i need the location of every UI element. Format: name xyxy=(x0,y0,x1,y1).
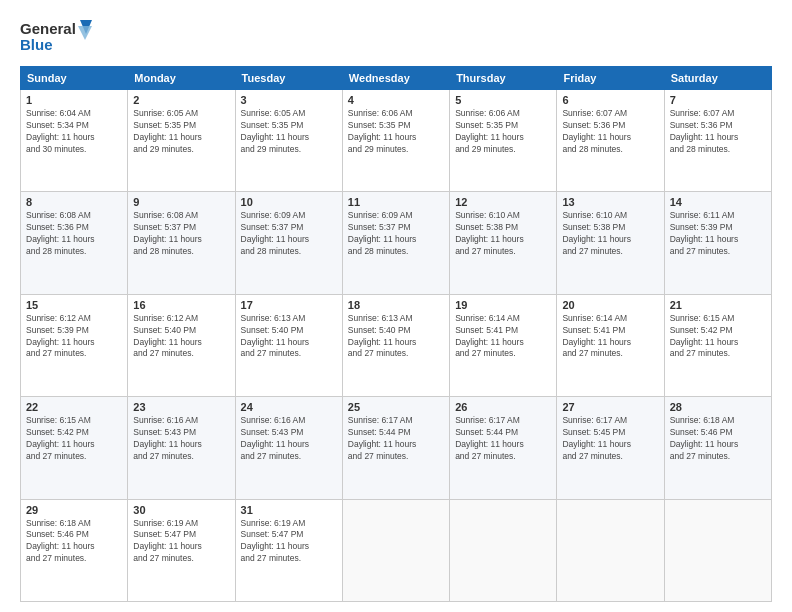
day-info: Sunrise: 6:07 AM Sunset: 5:36 PM Dayligh… xyxy=(670,108,766,156)
calendar-cell: 7Sunrise: 6:07 AM Sunset: 5:36 PM Daylig… xyxy=(664,90,771,192)
day-info: Sunrise: 6:17 AM Sunset: 5:45 PM Dayligh… xyxy=(562,415,658,463)
day-info: Sunrise: 6:10 AM Sunset: 5:38 PM Dayligh… xyxy=(562,210,658,258)
calendar-cell: 29Sunrise: 6:18 AM Sunset: 5:46 PM Dayli… xyxy=(21,499,128,601)
day-number: 23 xyxy=(133,401,229,413)
calendar-cell: 14Sunrise: 6:11 AM Sunset: 5:39 PM Dayli… xyxy=(664,192,771,294)
calendar-cell: 5Sunrise: 6:06 AM Sunset: 5:35 PM Daylig… xyxy=(450,90,557,192)
calendar-header-row: SundayMondayTuesdayWednesdayThursdayFrid… xyxy=(21,67,772,90)
day-number: 9 xyxy=(133,196,229,208)
calendar-cell: 16Sunrise: 6:12 AM Sunset: 5:40 PM Dayli… xyxy=(128,294,235,396)
header: GeneralBlue xyxy=(20,18,772,58)
day-number: 21 xyxy=(670,299,766,311)
calendar-cell: 13Sunrise: 6:10 AM Sunset: 5:38 PM Dayli… xyxy=(557,192,664,294)
calendar-cell: 1Sunrise: 6:04 AM Sunset: 5:34 PM Daylig… xyxy=(21,90,128,192)
calendar-cell: 12Sunrise: 6:10 AM Sunset: 5:38 PM Dayli… xyxy=(450,192,557,294)
day-number: 17 xyxy=(241,299,337,311)
weekday-header: Monday xyxy=(128,67,235,90)
day-number: 13 xyxy=(562,196,658,208)
calendar-cell: 22Sunrise: 6:15 AM Sunset: 5:42 PM Dayli… xyxy=(21,397,128,499)
calendar-cell: 31Sunrise: 6:19 AM Sunset: 5:47 PM Dayli… xyxy=(235,499,342,601)
day-number: 19 xyxy=(455,299,551,311)
calendar-cell: 20Sunrise: 6:14 AM Sunset: 5:41 PM Dayli… xyxy=(557,294,664,396)
weekday-header: Sunday xyxy=(21,67,128,90)
day-number: 18 xyxy=(348,299,444,311)
day-info: Sunrise: 6:12 AM Sunset: 5:39 PM Dayligh… xyxy=(26,313,122,361)
day-number: 10 xyxy=(241,196,337,208)
weekday-header: Tuesday xyxy=(235,67,342,90)
calendar-cell: 17Sunrise: 6:13 AM Sunset: 5:40 PM Dayli… xyxy=(235,294,342,396)
calendar-cell: 26Sunrise: 6:17 AM Sunset: 5:44 PM Dayli… xyxy=(450,397,557,499)
calendar-week-row: 1Sunrise: 6:04 AM Sunset: 5:34 PM Daylig… xyxy=(21,90,772,192)
calendar-cell: 15Sunrise: 6:12 AM Sunset: 5:39 PM Dayli… xyxy=(21,294,128,396)
calendar-cell: 10Sunrise: 6:09 AM Sunset: 5:37 PM Dayli… xyxy=(235,192,342,294)
calendar-cell: 25Sunrise: 6:17 AM Sunset: 5:44 PM Dayli… xyxy=(342,397,449,499)
day-info: Sunrise: 6:06 AM Sunset: 5:35 PM Dayligh… xyxy=(455,108,551,156)
day-info: Sunrise: 6:17 AM Sunset: 5:44 PM Dayligh… xyxy=(348,415,444,463)
day-info: Sunrise: 6:08 AM Sunset: 5:37 PM Dayligh… xyxy=(133,210,229,258)
calendar-cell: 24Sunrise: 6:16 AM Sunset: 5:43 PM Dayli… xyxy=(235,397,342,499)
calendar-cell: 21Sunrise: 6:15 AM Sunset: 5:42 PM Dayli… xyxy=(664,294,771,396)
calendar-cell: 19Sunrise: 6:14 AM Sunset: 5:41 PM Dayli… xyxy=(450,294,557,396)
calendar-cell: 28Sunrise: 6:18 AM Sunset: 5:46 PM Dayli… xyxy=(664,397,771,499)
day-number: 24 xyxy=(241,401,337,413)
day-info: Sunrise: 6:17 AM Sunset: 5:44 PM Dayligh… xyxy=(455,415,551,463)
day-info: Sunrise: 6:09 AM Sunset: 5:37 PM Dayligh… xyxy=(241,210,337,258)
day-info: Sunrise: 6:14 AM Sunset: 5:41 PM Dayligh… xyxy=(455,313,551,361)
day-info: Sunrise: 6:13 AM Sunset: 5:40 PM Dayligh… xyxy=(348,313,444,361)
calendar-week-row: 22Sunrise: 6:15 AM Sunset: 5:42 PM Dayli… xyxy=(21,397,772,499)
calendar-cell: 27Sunrise: 6:17 AM Sunset: 5:45 PM Dayli… xyxy=(557,397,664,499)
day-number: 27 xyxy=(562,401,658,413)
calendar-cell xyxy=(664,499,771,601)
day-info: Sunrise: 6:16 AM Sunset: 5:43 PM Dayligh… xyxy=(133,415,229,463)
day-info: Sunrise: 6:07 AM Sunset: 5:36 PM Dayligh… xyxy=(562,108,658,156)
day-info: Sunrise: 6:18 AM Sunset: 5:46 PM Dayligh… xyxy=(26,518,122,566)
day-number: 22 xyxy=(26,401,122,413)
calendar-week-row: 15Sunrise: 6:12 AM Sunset: 5:39 PM Dayli… xyxy=(21,294,772,396)
day-info: Sunrise: 6:04 AM Sunset: 5:34 PM Dayligh… xyxy=(26,108,122,156)
day-number: 20 xyxy=(562,299,658,311)
day-info: Sunrise: 6:05 AM Sunset: 5:35 PM Dayligh… xyxy=(241,108,337,156)
calendar-cell xyxy=(450,499,557,601)
day-number: 28 xyxy=(670,401,766,413)
day-info: Sunrise: 6:12 AM Sunset: 5:40 PM Dayligh… xyxy=(133,313,229,361)
day-info: Sunrise: 6:15 AM Sunset: 5:42 PM Dayligh… xyxy=(670,313,766,361)
day-info: Sunrise: 6:10 AM Sunset: 5:38 PM Dayligh… xyxy=(455,210,551,258)
day-number: 1 xyxy=(26,94,122,106)
day-number: 16 xyxy=(133,299,229,311)
day-info: Sunrise: 6:15 AM Sunset: 5:42 PM Dayligh… xyxy=(26,415,122,463)
day-number: 29 xyxy=(26,504,122,516)
calendar-cell: 11Sunrise: 6:09 AM Sunset: 5:37 PM Dayli… xyxy=(342,192,449,294)
weekday-header: Saturday xyxy=(664,67,771,90)
day-number: 15 xyxy=(26,299,122,311)
day-number: 26 xyxy=(455,401,551,413)
day-info: Sunrise: 6:19 AM Sunset: 5:47 PM Dayligh… xyxy=(241,518,337,566)
day-number: 25 xyxy=(348,401,444,413)
weekday-header: Wednesday xyxy=(342,67,449,90)
svg-text:General: General xyxy=(20,20,76,37)
day-number: 6 xyxy=(562,94,658,106)
day-info: Sunrise: 6:13 AM Sunset: 5:40 PM Dayligh… xyxy=(241,313,337,361)
day-info: Sunrise: 6:09 AM Sunset: 5:37 PM Dayligh… xyxy=(348,210,444,258)
calendar-cell: 8Sunrise: 6:08 AM Sunset: 5:36 PM Daylig… xyxy=(21,192,128,294)
day-number: 2 xyxy=(133,94,229,106)
day-number: 14 xyxy=(670,196,766,208)
calendar-cell xyxy=(557,499,664,601)
day-number: 8 xyxy=(26,196,122,208)
day-number: 5 xyxy=(455,94,551,106)
calendar-cell: 18Sunrise: 6:13 AM Sunset: 5:40 PM Dayli… xyxy=(342,294,449,396)
day-number: 12 xyxy=(455,196,551,208)
day-info: Sunrise: 6:08 AM Sunset: 5:36 PM Dayligh… xyxy=(26,210,122,258)
day-info: Sunrise: 6:19 AM Sunset: 5:47 PM Dayligh… xyxy=(133,518,229,566)
calendar-week-row: 8Sunrise: 6:08 AM Sunset: 5:36 PM Daylig… xyxy=(21,192,772,294)
svg-marker-3 xyxy=(78,26,92,40)
calendar-cell: 6Sunrise: 6:07 AM Sunset: 5:36 PM Daylig… xyxy=(557,90,664,192)
day-info: Sunrise: 6:18 AM Sunset: 5:46 PM Dayligh… xyxy=(670,415,766,463)
calendar-cell: 3Sunrise: 6:05 AM Sunset: 5:35 PM Daylig… xyxy=(235,90,342,192)
day-info: Sunrise: 6:16 AM Sunset: 5:43 PM Dayligh… xyxy=(241,415,337,463)
calendar-week-row: 29Sunrise: 6:18 AM Sunset: 5:46 PM Dayli… xyxy=(21,499,772,601)
calendar-cell: 23Sunrise: 6:16 AM Sunset: 5:43 PM Dayli… xyxy=(128,397,235,499)
day-info: Sunrise: 6:11 AM Sunset: 5:39 PM Dayligh… xyxy=(670,210,766,258)
day-info: Sunrise: 6:06 AM Sunset: 5:35 PM Dayligh… xyxy=(348,108,444,156)
day-info: Sunrise: 6:14 AM Sunset: 5:41 PM Dayligh… xyxy=(562,313,658,361)
day-number: 4 xyxy=(348,94,444,106)
